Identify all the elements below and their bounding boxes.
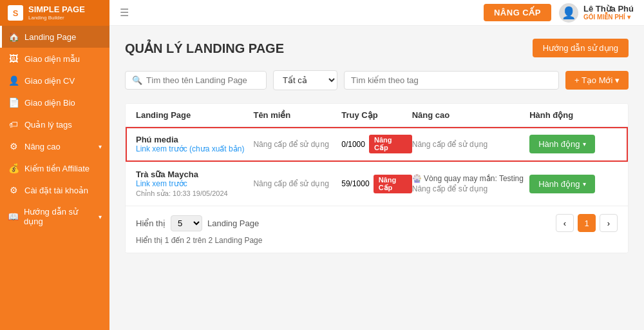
sidebar-icon-quan-ly-tags: 🏷	[8, 119, 19, 130]
filter-select[interactable]: Tất cả	[273, 70, 337, 90]
col-landing-page: Landing Page	[136, 110, 253, 120]
sidebar-icon-huong-dan-su-dung: 📖	[8, 211, 19, 222]
sidebar-logo: S SIMPLE PAGE Landing Builder	[0, 0, 109, 26]
topbar-right: NÂNG CẤP 👤 Lê Thừa Phú GÓI MIỄN PHÍ ▾	[484, 3, 634, 23]
access-count: 0/1000	[341, 140, 365, 149]
sidebar-icon-giao-dien-cv: 👤	[8, 75, 19, 86]
page-title: QUẢN LÝ LANDING PAGE	[125, 41, 284, 56]
feature-label: 🎡 Vòng quay may mắn: Testing	[412, 174, 529, 183]
upgrade-badge: Nâng Cấp	[374, 175, 412, 193]
sidebar-arrow-huong-dan-su-dung: ▾	[99, 213, 102, 220]
cell-domain: Nâng cấp để sử dụng	[253, 140, 341, 149]
tag-search-box	[344, 71, 559, 90]
cell-action: Hành động ▾	[529, 175, 618, 193]
avatar: 👤	[559, 3, 578, 23]
pagination-area: Hiển thị 5 10 20 Landing Page ‹ 1 › Hiển…	[126, 206, 628, 253]
cell-advanced: 🎡 Vòng quay may mắn: Testing Nâng cấp để…	[412, 174, 529, 193]
sidebar-icon-giao-dien-bio: 📄	[8, 97, 19, 108]
sidebar-item-kiem-tien-affiliate[interactable]: 💰 Kiếm tiền Affiliate	[0, 157, 109, 179]
main-area: ☰ NÂNG CẤP 👤 Lê Thừa Phú GÓI MIỄN PHÍ ▾ …	[109, 0, 644, 330]
per-page-select[interactable]: 5 10 20	[171, 215, 202, 231]
cell-access: 0/1000 Nâng Cấp	[341, 135, 412, 153]
sidebar-label-cai-dat-tai-khoan: Cài đặt tài khoản	[24, 186, 88, 195]
action-arrow: ▾	[583, 141, 586, 148]
action-button[interactable]: Hành động ▾	[529, 135, 594, 153]
table-header: Landing Page Tên miền Truy Cập Nâng cao …	[126, 104, 628, 127]
page-name: Phú media	[136, 135, 253, 144]
sidebar-arrow-nang-cao: ▾	[99, 143, 102, 150]
sidebar-item-giao-dien-mau[interactable]: 🖼 Giao diện mẫu	[0, 48, 109, 70]
action-arrow: ▾	[583, 180, 586, 188]
sidebar-icon-giao-dien-mau: 🖼	[8, 53, 19, 64]
cell-domain: Nâng cấp để sử dụng	[253, 179, 341, 188]
cell-advanced: Nâng cấp để sử dụng	[412, 140, 529, 149]
user-plan: GÓI MIỄN PHÍ ▾	[583, 14, 634, 21]
page-header: QUẢN LÝ LANDING PAGE Hướng dẫn sử dụng	[125, 39, 629, 57]
col-domain: Tên miền	[253, 110, 341, 120]
sidebar-label-kiem-tien-affiliate: Kiếm tiền Affiliate	[24, 164, 90, 173]
upgrade-badge: Nâng Cấp	[369, 135, 412, 153]
table-row: Trà sữa Maycha Link xem trước Chỉnh sửa:…	[126, 162, 628, 206]
sidebar-nav: 🏠 Landing Page 🖼 Giao diện mẫu 👤 Giao di…	[0, 26, 109, 232]
action-button[interactable]: Hành động ▾	[529, 175, 594, 193]
search-input[interactable]	[146, 75, 260, 85]
page-link[interactable]: Link xem trước	[136, 179, 253, 188]
sidebar-icon-cai-dat-tai-khoan: ⚙	[8, 185, 19, 195]
pagination-controls: Hiển thị 5 10 20 Landing Page ‹ 1 ›	[136, 214, 618, 232]
sidebar-item-landing-page[interactable]: 🏠 Landing Page	[0, 26, 109, 48]
upgrade-note: Nâng cấp để sử dụng	[412, 184, 529, 193]
page-edit-time: Chỉnh sửa: 10:33 19/05/2024	[136, 189, 253, 198]
sidebar-icon-kiem-tien-affiliate: 💰	[8, 163, 19, 173]
logo-title: SIMPLE PAGE	[28, 5, 85, 14]
page-1-button[interactable]: 1	[578, 214, 596, 232]
user-info[interactable]: 👤 Lê Thừa Phú GÓI MIỄN PHÍ ▾	[559, 3, 634, 23]
page-name: Trà sữa Maycha	[136, 170, 253, 179]
sidebar-icon-nang-cao: ⚙	[8, 141, 19, 151]
user-name: Lê Thừa Phú	[583, 4, 634, 14]
pagination-info: Hiển thị 1 đến 2 trên 2 Landing Page	[136, 236, 618, 245]
col-action: Hành động	[529, 110, 618, 120]
cell-access: 59/1000 Nâng Cấp	[341, 175, 412, 193]
show-label: Hiển thị	[136, 218, 166, 228]
guide-button[interactable]: Hướng dẫn sử dụng	[533, 39, 629, 57]
cell-page-info: Trà sữa Maycha Link xem trước Chỉnh sửa:…	[136, 170, 253, 198]
sidebar-label-giao-dien-mau: Giao diện mẫu	[24, 54, 80, 64]
action-label: Hành động	[538, 139, 580, 149]
next-page-button[interactable]: ›	[600, 214, 618, 232]
sidebar-label-huong-dan-su-dung: Hướng dẫn sử dụng	[24, 207, 93, 226]
col-advanced: Nâng cao	[412, 110, 529, 120]
cell-action: Hành động ▾	[529, 135, 618, 153]
page-link[interactable]: Link xem trước (chưa xuất bản)	[136, 144, 253, 153]
access-count: 59/1000	[341, 179, 369, 188]
cell-page-info: Phú media Link xem trước (chưa xuất bản)	[136, 135, 253, 153]
table-row: Phú media Link xem trước (chưa xuất bản)…	[126, 127, 628, 162]
sidebar-item-giao-dien-cv[interactable]: 👤 Giao diện CV	[0, 70, 109, 92]
page-label: Landing Page	[207, 218, 259, 228]
upgrade-button[interactable]: NÂNG CẤP	[484, 4, 551, 21]
logo-icon: S	[8, 5, 23, 21]
sidebar-item-cai-dat-tai-khoan[interactable]: ⚙ Cài đặt tài khoản	[0, 179, 109, 201]
sidebar-label-landing-page: Landing Page	[24, 32, 76, 42]
search-box: 🔍	[125, 71, 267, 90]
sidebar-item-giao-dien-bio[interactable]: 📄 Giao diện Bio	[0, 92, 109, 113]
search-icon: 🔍	[132, 75, 142, 85]
landing-page-table: Landing Page Tên miền Truy Cập Nâng cao …	[125, 103, 629, 253]
sidebar-label-quan-ly-tags: Quản lý tags	[24, 120, 72, 130]
content-area: QUẢN LÝ LANDING PAGE Hướng dẫn sử dụng 🔍…	[109, 26, 644, 330]
sidebar-icon-landing-page: 🏠	[8, 32, 19, 42]
sidebar-label-nang-cao: Nâng cao	[24, 142, 61, 151]
menu-icon[interactable]: ☰	[120, 6, 129, 19]
create-button[interactable]: + Tạo Mới ▾	[565, 71, 629, 90]
prev-page-button[interactable]: ‹	[556, 214, 574, 232]
logo-subtitle: Landing Builder	[28, 15, 85, 21]
sidebar-item-huong-dan-su-dung[interactable]: 📖 Hướng dẫn sử dụng ▾	[0, 201, 109, 232]
sidebar: S SIMPLE PAGE Landing Builder 🏠 Landing …	[0, 0, 109, 330]
page-nav: ‹ 1 ›	[556, 214, 618, 232]
sidebar-label-giao-dien-bio: Giao diện Bio	[24, 98, 75, 108]
sidebar-label-giao-dien-cv: Giao diện CV	[24, 76, 75, 86]
user-name-block: Lê Thừa Phú GÓI MIỄN PHÍ ▾	[583, 4, 634, 22]
tag-search-input[interactable]	[351, 75, 552, 85]
sidebar-item-quan-ly-tags[interactable]: 🏷 Quản lý tags	[0, 113, 109, 135]
sidebar-item-nang-cao[interactable]: ⚙ Nâng cao ▾	[0, 135, 109, 157]
col-access: Truy Cập	[341, 110, 412, 120]
